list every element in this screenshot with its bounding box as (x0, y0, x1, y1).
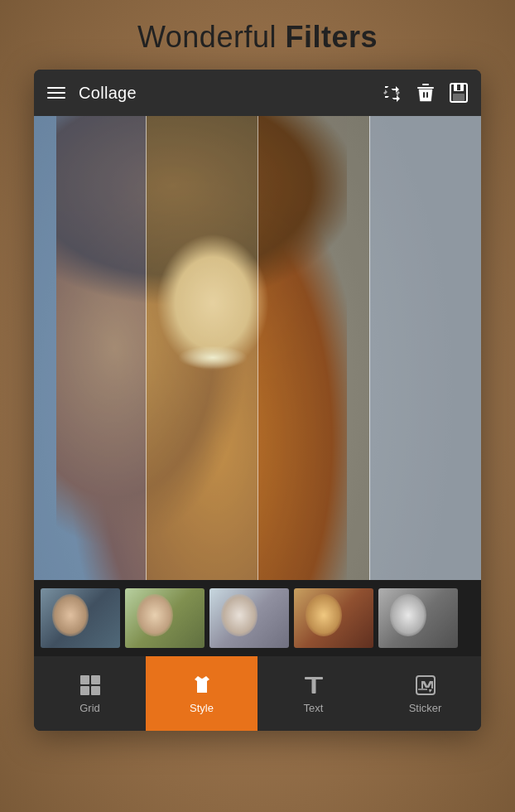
main-image (34, 116, 481, 580)
menu-button[interactable] (47, 87, 65, 99)
thumbnail-1[interactable] (41, 588, 120, 648)
svg-rect-9 (91, 675, 100, 684)
svg-rect-6 (453, 94, 464, 101)
style-icon (190, 674, 214, 697)
title-light: Wonderful (137, 20, 285, 54)
nav-item-sticker[interactable]: Sticker (369, 656, 481, 731)
nav-item-text[interactable]: Text (258, 656, 369, 731)
divider-3 (369, 116, 370, 580)
sticker-icon (414, 674, 437, 697)
nav-item-style[interactable]: Style (146, 656, 258, 731)
svg-rect-3 (426, 92, 428, 98)
svg-rect-11 (91, 686, 100, 695)
divider-2 (258, 116, 258, 580)
strip-2 (146, 116, 258, 580)
svg-rect-2 (423, 92, 425, 98)
thumbnail-4[interactable] (294, 588, 373, 648)
thumbnail-5[interactable] (378, 588, 458, 648)
delete-button[interactable] (416, 83, 435, 103)
top-bar: Collage (34, 70, 481, 116)
divider-1 (146, 116, 147, 580)
page-title: Wonderful Filters (137, 20, 378, 55)
svg-rect-7 (457, 85, 460, 90)
shuffle-button[interactable] (382, 83, 402, 103)
app-title: Collage (79, 84, 368, 103)
bottom-nav: Grid Style Text Sticker (34, 656, 481, 731)
svg-rect-0 (417, 87, 434, 89)
nav-label-grid: Grid (79, 702, 100, 714)
svg-rect-1 (422, 84, 429, 85)
svg-rect-8 (80, 675, 89, 684)
phone-frame: Collage (34, 70, 481, 731)
thumbnail-strip (34, 580, 481, 656)
strip-4 (369, 116, 481, 580)
save-button[interactable] (450, 83, 468, 103)
nav-label-sticker: Sticker (409, 702, 442, 714)
thumbnail-2[interactable] (125, 588, 205, 648)
svg-rect-10 (80, 686, 89, 695)
grid-icon (79, 674, 102, 697)
thumbnail-3[interactable] (209, 588, 289, 648)
nav-item-grid[interactable]: Grid (34, 656, 146, 731)
strip-1 (34, 116, 146, 580)
text-icon (302, 674, 325, 697)
strip-3 (258, 116, 369, 580)
nav-label-style: Style (190, 702, 214, 714)
svg-rect-13 (311, 677, 315, 694)
nav-label-text: Text (304, 702, 324, 714)
topbar-icons (382, 83, 468, 103)
title-bold: Filters (285, 20, 378, 54)
